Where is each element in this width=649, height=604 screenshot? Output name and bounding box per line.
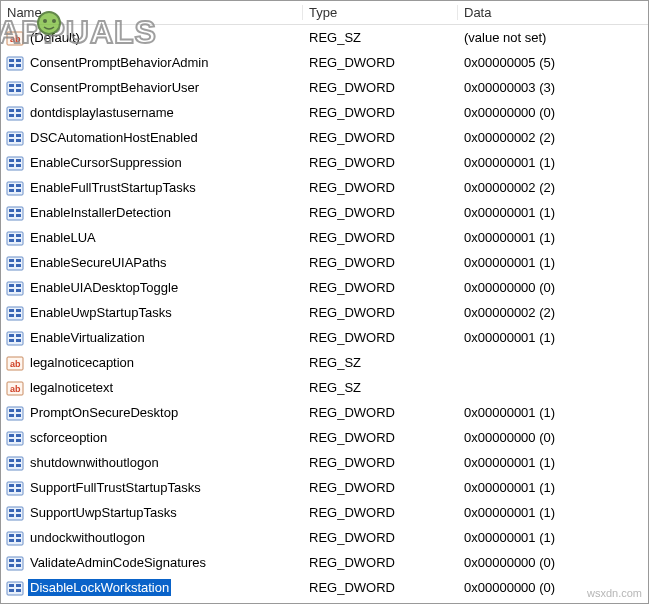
svg-rect-72: [16, 409, 21, 412]
svg-rect-11: [7, 82, 23, 95]
value-name: undockwithoutlogon: [28, 529, 147, 546]
value-name-cell: shutdownwithoutlogon: [1, 454, 303, 472]
svg-rect-88: [9, 489, 14, 492]
registry-value-list: ab (Default)REG_SZ(value not set) Consen…: [1, 25, 648, 600]
value-name-cell: PromptOnSecureDesktop: [1, 404, 303, 422]
value-name: EnableInstallerDetection: [28, 204, 173, 221]
value-data: 0x00000000 (0): [458, 280, 648, 295]
svg-rect-94: [16, 514, 21, 517]
value-data: 0x00000001 (1): [458, 405, 648, 420]
column-header-type[interactable]: Type: [303, 5, 458, 20]
value-name: legalnoticetext: [28, 379, 115, 396]
value-name-cell: ConsentPromptBehaviorUser: [1, 79, 303, 97]
svg-rect-108: [9, 589, 14, 592]
svg-rect-73: [9, 414, 14, 417]
svg-rect-9: [9, 64, 14, 67]
registry-value-row[interactable]: SupportUwpStartupTasksREG_DWORD0x0000000…: [1, 500, 648, 525]
value-name: EnableSecureUIAPaths: [28, 254, 169, 271]
svg-rect-78: [9, 439, 14, 442]
value-data: 0x00000001 (1): [458, 505, 648, 520]
svg-rect-18: [16, 109, 21, 112]
svg-rect-79: [16, 439, 21, 442]
reg-sz-icon: ab: [6, 29, 24, 47]
svg-rect-76: [9, 434, 14, 437]
value-data: 0x00000001 (1): [458, 530, 648, 545]
reg-dword-icon: [6, 104, 24, 122]
registry-value-row[interactable]: ab legalnoticetextREG_SZ: [1, 375, 648, 400]
value-type: REG_DWORD: [303, 280, 458, 295]
svg-rect-8: [16, 59, 21, 62]
svg-rect-24: [9, 139, 14, 142]
registry-value-row[interactable]: EnableSecureUIAPathsREG_DWORD0x00000001 …: [1, 250, 648, 275]
svg-rect-57: [9, 309, 14, 312]
reg-dword-icon: [6, 279, 24, 297]
svg-rect-51: [7, 282, 23, 295]
value-name-cell: ab (Default): [1, 29, 303, 47]
registry-value-row[interactable]: EnableLUAREG_DWORD0x00000001 (1): [1, 225, 648, 250]
svg-rect-102: [16, 559, 21, 562]
registry-value-row[interactable]: scforceoptionREG_DWORD0x00000000 (0): [1, 425, 648, 450]
registry-value-row[interactable]: SupportFullTrustStartupTasksREG_DWORD0x0…: [1, 475, 648, 500]
svg-rect-96: [9, 534, 14, 537]
value-data: 0x00000001 (1): [458, 455, 648, 470]
value-data: 0x00000001 (1): [458, 255, 648, 270]
value-name-cell: SupportUwpStartupTasks: [1, 504, 303, 522]
svg-rect-39: [9, 214, 14, 217]
value-type: REG_DWORD: [303, 480, 458, 495]
value-name: legalnoticecaption: [28, 354, 136, 371]
registry-value-row[interactable]: ab (Default)REG_SZ(value not set): [1, 25, 648, 50]
registry-value-row[interactable]: DisableLockWorkstationREG_DWORD0x0000000…: [1, 575, 648, 600]
registry-value-row[interactable]: ValidateAdminCodeSignaturesREG_DWORD0x00…: [1, 550, 648, 575]
svg-rect-65: [16, 339, 21, 342]
value-name: ValidateAdminCodeSignatures: [28, 554, 208, 571]
registry-value-row[interactable]: ConsentPromptBehaviorUserREG_DWORD0x0000…: [1, 75, 648, 100]
svg-rect-30: [16, 164, 21, 167]
value-name: SupportUwpStartupTasks: [28, 504, 179, 521]
svg-rect-34: [9, 189, 14, 192]
svg-rect-54: [9, 289, 14, 292]
registry-value-row[interactable]: ab legalnoticecaptionREG_SZ: [1, 350, 648, 375]
value-type: REG_DWORD: [303, 405, 458, 420]
reg-dword-icon: [6, 429, 24, 447]
reg-dword-icon: [6, 154, 24, 172]
column-header-data[interactable]: Data: [458, 5, 648, 20]
value-name-cell: EnableFullTrustStartupTasks: [1, 179, 303, 197]
registry-value-row[interactable]: EnableVirtualizationREG_DWORD0x00000001 …: [1, 325, 648, 350]
svg-rect-10: [16, 64, 21, 67]
svg-rect-82: [16, 459, 21, 462]
svg-rect-26: [7, 157, 23, 170]
value-name-cell: dontdisplaylastusername: [1, 104, 303, 122]
column-header-name[interactable]: Name: [1, 5, 303, 20]
value-name-cell: EnableLUA: [1, 229, 303, 247]
registry-value-row[interactable]: dontdisplaylastusernameREG_DWORD0x000000…: [1, 100, 648, 125]
reg-dword-icon: [6, 479, 24, 497]
svg-rect-38: [16, 209, 21, 212]
svg-rect-91: [9, 509, 14, 512]
registry-value-row[interactable]: EnableCursorSuppressionREG_DWORD0x000000…: [1, 150, 648, 175]
value-data: 0x00000005 (5): [458, 55, 648, 70]
registry-value-row[interactable]: ConsentPromptBehaviorAdminREG_DWORD0x000…: [1, 50, 648, 75]
registry-value-row[interactable]: DSCAutomationHostEnabledREG_DWORD0x00000…: [1, 125, 648, 150]
value-type: REG_DWORD: [303, 330, 458, 345]
value-data: 0x00000000 (0): [458, 555, 648, 570]
registry-value-row[interactable]: EnableFullTrustStartupTasksREG_DWORD0x00…: [1, 175, 648, 200]
value-name-cell: scforceoption: [1, 429, 303, 447]
value-type: REG_DWORD: [303, 555, 458, 570]
svg-rect-28: [16, 159, 21, 162]
svg-rect-23: [16, 134, 21, 137]
value-name-cell: EnableCursorSuppression: [1, 154, 303, 172]
registry-value-row[interactable]: undockwithoutlogonREG_DWORD0x00000001 (1…: [1, 525, 648, 550]
svg-rect-71: [9, 409, 14, 412]
value-type: REG_DWORD: [303, 55, 458, 70]
svg-rect-47: [9, 259, 14, 262]
registry-value-row[interactable]: PromptOnSecureDesktopREG_DWORD0x00000001…: [1, 400, 648, 425]
svg-text:ab: ab: [10, 384, 21, 394]
registry-value-row[interactable]: EnableUwpStartupTasksREG_DWORD0x00000002…: [1, 300, 648, 325]
registry-value-row[interactable]: EnableUIADesktopToggleREG_DWORD0x0000000…: [1, 275, 648, 300]
registry-value-row[interactable]: shutdownwithoutlogonREG_DWORD0x00000001 …: [1, 450, 648, 475]
reg-dword-icon: [6, 79, 24, 97]
value-data: 0x00000001 (1): [458, 155, 648, 170]
registry-value-row[interactable]: EnableInstallerDetectionREG_DWORD0x00000…: [1, 200, 648, 225]
svg-rect-101: [9, 559, 14, 562]
svg-rect-60: [16, 314, 21, 317]
